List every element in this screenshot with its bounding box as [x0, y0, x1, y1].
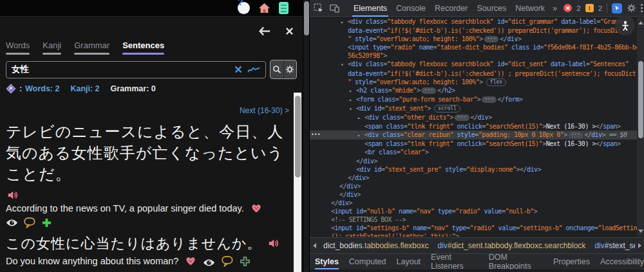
page-scrollbar[interactable] [303, 0, 309, 272]
kanji-count[interactable]: Kanji: 2 [70, 84, 99, 93]
expand-closed-icon[interactable]: ▸ [349, 96, 356, 104]
devtools-code-line[interactable]: <span class="tlnk fright" onclick="searc… [310, 122, 637, 131]
devtools-settings-icon[interactable] [627, 3, 636, 13]
expand-closed-icon[interactable]: ▸ [357, 114, 365, 122]
tab-computed[interactable]: Computed [349, 254, 386, 270]
dictionary-switch-icon[interactable] [6, 84, 16, 94]
devtools-code-line[interactable]: </div> [310, 182, 637, 190]
devtools-code-line[interactable]: ▸<h2 class="mhide">···</h2> [310, 86, 637, 95]
devtools-code-line[interactable]: <div id="stext_sent_pre" style="display:… [310, 165, 637, 174]
devtools-code-line[interactable]: ▾<div class="tabbody flexboxc searchbloc… [310, 60, 637, 69]
devtools-code-line[interactable]: </div> [310, 190, 637, 199]
devtools-code-line[interactable]: ▸<div class="tabbody flexboxc searchbloc… [310, 17, 637, 26]
expand-closed-icon[interactable]: ▸ [349, 87, 356, 95]
expand-open-icon[interactable]: ▾ [341, 60, 348, 69]
speaker-icon[interactable] [7, 190, 18, 201]
show-hide-eye-icon[interactable] [203, 258, 215, 267]
close-icon[interactable] [285, 27, 294, 35]
devtools-code-line[interactable]: data-event="if(!$('#dict-b').is(':checke… [310, 69, 637, 78]
speaker-icon[interactable] [268, 238, 279, 249]
tab-accessibility[interactable]: Accessibility [600, 254, 644, 270]
devtools-code-line[interactable]: </div> [310, 174, 637, 182]
devtools-scrollbar-thumb[interactable] [638, 61, 643, 138]
tab-dom-breakpoints[interactable]: DOM Breakpoints [489, 254, 543, 270]
devtools-code-line[interactable]: ▸<div class="other_dicts">···</div> [310, 113, 637, 122]
japanese-sentence-text[interactable]: この女性に心当たりはありませんか。 [6, 235, 261, 251]
page-scrollbar-thumb[interactable] [304, 1, 309, 35]
expand-closed-icon[interactable]: ▸ [357, 131, 365, 140]
devtools-code-line[interactable]: data-event="if(!$('#dict-b').is(':checke… [310, 26, 637, 35]
tab-words[interactable]: Words [6, 41, 30, 55]
back-icon[interactable] [258, 26, 271, 36]
ellipsis-badge[interactable]: ··· [569, 132, 583, 138]
devtools-code-line[interactable]: </div> [310, 199, 637, 207]
devtools-tab-console[interactable]: Console [395, 0, 427, 17]
devtools-code-line[interactable]: " style="overflow:auto; height: 100%">··… [310, 35, 637, 43]
kebab-menu-icon[interactable] [641, 4, 643, 12]
tab-properties[interactable]: Properties [553, 254, 590, 270]
devtools-code-line[interactable]: <!-- SETTINGS BOX --> [310, 215, 637, 224]
scroll-up-icon[interactable] [638, 21, 643, 24]
handwriting-icon[interactable] [247, 66, 260, 74]
clear-icon[interactable] [234, 66, 242, 73]
tab-styles[interactable]: Styles [315, 254, 339, 270]
devtools-code-line[interactable]: (); catchExternal('lsetbox',this);"> [310, 232, 637, 237]
breadcrumb-item[interactable]: div#dict_sent.tabbody.flexboxc.searchblo… [433, 239, 590, 252]
notes-icon[interactable] [279, 2, 289, 14]
tab-layout[interactable]: Layout [397, 254, 421, 270]
ellipsis-badge[interactable]: ··· [421, 87, 435, 94]
panel-scrollbar-thumb[interactable] [295, 96, 301, 177]
warning-count[interactable]: 2 [598, 5, 602, 12]
ellipsis-badge[interactable]: ··· [482, 96, 496, 103]
search-button[interactable] [270, 60, 284, 78]
device-toolbar-icon[interactable] [330, 4, 339, 13]
line-actions-icon[interactable]: ••• [311, 131, 320, 139]
devtools-tab-sources[interactable]: Sources [475, 0, 507, 17]
next-page-link[interactable]: Next (16-30) > [6, 106, 290, 115]
devtools-code-line[interactable]: •••▸<div class="clear reibun" style="pad… [310, 131, 637, 140]
extension-cursor-icon[interactable] [612, 3, 622, 14]
devtools-code-line[interactable]: 56c520f98"> [310, 51, 637, 60]
devtools-code-line[interactable]: </div> [310, 157, 637, 165]
expand-closed-icon[interactable]: ▸ [341, 18, 348, 26]
layout-badge[interactable]: scroll [434, 105, 460, 113]
add-icon[interactable] [240, 256, 251, 267]
ellipsis-badge[interactable]: ··· [455, 114, 469, 121]
devtools-code-line[interactable]: <input id="null-b" name="nav" type="radi… [310, 207, 637, 215]
devtools-code-line[interactable]: ▸<form class="pure-form search-bar">···<… [310, 95, 637, 104]
more-tabs-icon[interactable]: » [553, 3, 557, 13]
inspect-element-icon[interactable] [314, 3, 323, 13]
breadcrumb-item[interactable]: div#stext_sent [590, 239, 635, 252]
tab-event-listeners[interactable]: Event Listeners [431, 254, 478, 270]
warning-icon[interactable]: ! [585, 4, 594, 12]
search-value[interactable]: 女性 [12, 64, 229, 75]
tab-kanji[interactable]: Kanji [43, 41, 61, 55]
breadcrumb-scroll-left[interactable] [310, 238, 319, 254]
favorite-heart-icon[interactable] [185, 255, 196, 267]
expand-open-icon[interactable]: ▾ [349, 105, 356, 113]
devtools-code-line[interactable]: " style="overflow:auto; height: 100%">fl… [310, 78, 637, 86]
panel-scrollbar[interactable] [294, 93, 301, 272]
help-icon[interactable]: ? [238, 2, 250, 14]
devtools-tab-elements[interactable]: Elements [352, 0, 388, 17]
error-count[interactable]: 2 [576, 5, 580, 12]
error-icon[interactable]: ✕ [564, 4, 572, 12]
grammar-count[interactable]: Grammar: 0 [111, 84, 156, 93]
breadcrumb-scroll-right[interactable] [635, 238, 644, 254]
devtools-code-line[interactable]: ▾<div id="stext_sent">scroll [310, 104, 637, 113]
devtools-code-line[interactable]: <input id="settings-b" name="nav" type="… [310, 224, 637, 232]
ellipsis-badge[interactable]: ··· [484, 36, 498, 42]
comment-bubble-icon[interactable] [24, 217, 35, 228]
scroll-down-icon[interactable] [638, 230, 643, 233]
add-icon[interactable] [41, 217, 52, 228]
tab-sentences[interactable]: Sentences [122, 41, 164, 55]
settings-button[interactable] [284, 60, 297, 78]
devtools-tab-network[interactable]: Network [514, 0, 546, 17]
home-icon[interactable] [258, 3, 270, 14]
show-hide-eye-icon[interactable] [6, 219, 18, 227]
devtools-scrollbar[interactable] [637, 17, 644, 237]
layout-badge[interactable]: flex [486, 78, 506, 86]
tab-grammar[interactable]: Grammar [74, 41, 109, 55]
japanese-sentence-text[interactable]: テレビのニュースによると、今日、人気のある女性歌手が亡くなったということだ。 [6, 123, 283, 183]
devtools-code-line[interactable]: <span class="tlnk fright" onclick="searc… [310, 140, 637, 148]
